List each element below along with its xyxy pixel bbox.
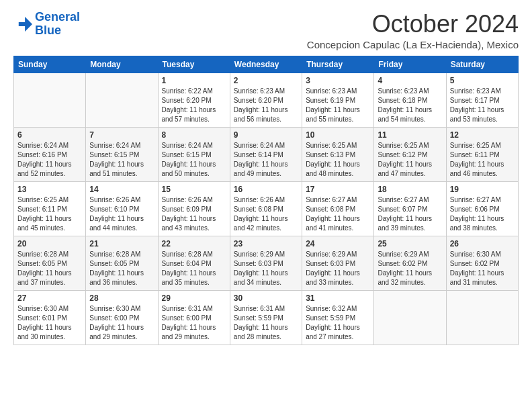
day-header-sunday: Sunday — [14, 56, 86, 73]
day-number: 19 — [450, 185, 515, 194]
day-number: 14 — [89, 185, 154, 194]
day-detail: Sunrise: 6:25 AMSunset: 6:11 PMDaylight:… — [17, 195, 82, 233]
day-number: 30 — [234, 293, 298, 303]
day-number: 11 — [378, 130, 442, 140]
calendar-cell: 9Sunrise: 6:24 AMSunset: 6:14 PMDaylight… — [230, 127, 302, 181]
calendar-cell: 3Sunrise: 6:23 AMSunset: 6:19 PMDaylight… — [302, 73, 374, 127]
day-detail: Sunrise: 6:28 AMSunset: 6:04 PMDaylight:… — [162, 250, 226, 287]
day-number: 23 — [234, 239, 298, 248]
day-number: 20 — [17, 239, 82, 248]
day-number: 10 — [306, 130, 370, 140]
calendar-cell: 11Sunrise: 6:25 AMSunset: 6:12 PMDayligh… — [374, 127, 446, 181]
calendar-cell — [374, 290, 446, 345]
calendar-week-row: 20Sunrise: 6:28 AMSunset: 6:05 PMDayligh… — [14, 236, 519, 290]
calendar-cell — [86, 73, 158, 127]
day-number: 1 — [162, 76, 226, 85]
day-number: 24 — [306, 239, 370, 248]
day-number: 6 — [17, 130, 82, 140]
day-number: 16 — [234, 185, 298, 194]
calendar-cell: 10Sunrise: 6:25 AMSunset: 6:13 PMDayligh… — [302, 127, 374, 181]
calendar-cell: 12Sunrise: 6:25 AMSunset: 6:11 PMDayligh… — [446, 127, 518, 181]
day-number: 8 — [162, 130, 226, 140]
day-detail: Sunrise: 6:23 AMSunset: 6:17 PMDaylight:… — [450, 87, 515, 124]
calendar-cell: 8Sunrise: 6:24 AMSunset: 6:15 PMDaylight… — [158, 127, 230, 181]
logo-icon — [13, 15, 32, 34]
calendar-cell: 20Sunrise: 6:28 AMSunset: 6:05 PMDayligh… — [14, 236, 86, 290]
day-detail: Sunrise: 6:23 AMSunset: 6:20 PMDaylight:… — [234, 87, 298, 124]
day-number: 31 — [306, 293, 370, 303]
day-detail: Sunrise: 6:26 AMSunset: 6:10 PMDaylight:… — [89, 195, 154, 233]
day-number: 29 — [162, 293, 226, 303]
day-detail: Sunrise: 6:32 AMSunset: 5:59 PMDaylight:… — [306, 304, 370, 342]
day-detail: Sunrise: 6:27 AMSunset: 6:06 PMDaylight:… — [450, 195, 515, 233]
day-detail: Sunrise: 6:27 AMSunset: 6:08 PMDaylight:… — [306, 195, 370, 233]
calendar-week-row: 13Sunrise: 6:25 AMSunset: 6:11 PMDayligh… — [14, 181, 519, 236]
day-number: 3 — [306, 76, 370, 85]
page-header: General Blue October 2024 Concepcion Cap… — [13, 11, 519, 50]
day-header-tuesday: Tuesday — [158, 56, 230, 73]
calendar-cell: 16Sunrise: 6:26 AMSunset: 6:08 PMDayligh… — [230, 181, 302, 236]
day-number: 17 — [306, 185, 370, 194]
day-number: 7 — [89, 130, 154, 140]
day-detail: Sunrise: 6:24 AMSunset: 6:16 PMDaylight:… — [17, 141, 82, 179]
logo: General Blue — [13, 11, 80, 38]
day-number: 27 — [17, 293, 82, 303]
day-header-monday: Monday — [86, 56, 158, 73]
calendar-cell: 31Sunrise: 6:32 AMSunset: 5:59 PMDayligh… — [302, 290, 374, 345]
calendar-cell: 25Sunrise: 6:29 AMSunset: 6:02 PMDayligh… — [374, 236, 446, 290]
day-number: 9 — [234, 130, 298, 140]
calendar-cell: 26Sunrise: 6:30 AMSunset: 6:02 PMDayligh… — [446, 236, 518, 290]
day-detail: Sunrise: 6:26 AMSunset: 6:08 PMDaylight:… — [234, 195, 298, 233]
day-detail: Sunrise: 6:25 AMSunset: 6:12 PMDaylight:… — [378, 141, 442, 179]
logo-line2: Blue — [35, 24, 80, 38]
logo-line1: General — [35, 10, 80, 24]
calendar-cell: 14Sunrise: 6:26 AMSunset: 6:10 PMDayligh… — [86, 181, 158, 236]
day-detail: Sunrise: 6:23 AMSunset: 6:18 PMDaylight:… — [378, 87, 442, 124]
day-detail: Sunrise: 6:24 AMSunset: 6:15 PMDaylight:… — [89, 141, 154, 179]
calendar-cell: 5Sunrise: 6:23 AMSunset: 6:17 PMDaylight… — [446, 73, 518, 127]
day-number: 21 — [89, 239, 154, 248]
day-number: 18 — [378, 185, 442, 194]
day-header-thursday: Thursday — [302, 56, 374, 73]
day-detail: Sunrise: 6:29 AMSunset: 6:03 PMDaylight:… — [234, 250, 298, 287]
day-detail: Sunrise: 6:27 AMSunset: 6:07 PMDaylight:… — [378, 195, 442, 233]
calendar-cell: 28Sunrise: 6:30 AMSunset: 6:00 PMDayligh… — [86, 290, 158, 345]
calendar-cell: 15Sunrise: 6:26 AMSunset: 6:09 PMDayligh… — [158, 181, 230, 236]
calendar-cell — [14, 73, 86, 127]
day-detail: Sunrise: 6:26 AMSunset: 6:09 PMDaylight:… — [162, 195, 226, 233]
calendar-cell: 6Sunrise: 6:24 AMSunset: 6:16 PMDaylight… — [14, 127, 86, 181]
day-number: 22 — [162, 239, 226, 248]
day-detail: Sunrise: 6:31 AMSunset: 5:59 PMDaylight:… — [234, 304, 298, 342]
calendar-cell: 17Sunrise: 6:27 AMSunset: 6:08 PMDayligh… — [302, 181, 374, 236]
day-detail: Sunrise: 6:23 AMSunset: 6:19 PMDaylight:… — [306, 87, 370, 124]
day-detail: Sunrise: 6:25 AMSunset: 6:11 PMDaylight:… — [450, 141, 515, 179]
calendar-cell: 22Sunrise: 6:28 AMSunset: 6:04 PMDayligh… — [158, 236, 230, 290]
location-subtitle: Concepcion Capulac (La Ex-Hacienda), Mex… — [307, 39, 519, 50]
month-title: October 2024 — [307, 11, 519, 38]
day-detail: Sunrise: 6:22 AMSunset: 6:20 PMDaylight:… — [162, 87, 226, 124]
calendar-cell: 19Sunrise: 6:27 AMSunset: 6:06 PMDayligh… — [446, 181, 518, 236]
calendar-cell: 13Sunrise: 6:25 AMSunset: 6:11 PMDayligh… — [14, 181, 86, 236]
day-header-friday: Friday — [374, 56, 446, 73]
calendar-cell: 27Sunrise: 6:30 AMSunset: 6:01 PMDayligh… — [14, 290, 86, 345]
calendar-table: SundayMondayTuesdayWednesdayThursdayFrid… — [13, 56, 519, 345]
calendar-week-row: 6Sunrise: 6:24 AMSunset: 6:16 PMDaylight… — [14, 127, 519, 181]
day-number: 13 — [17, 185, 82, 194]
calendar-cell: 30Sunrise: 6:31 AMSunset: 5:59 PMDayligh… — [230, 290, 302, 345]
calendar-cell — [446, 290, 518, 345]
day-detail: Sunrise: 6:25 AMSunset: 6:13 PMDaylight:… — [306, 141, 370, 179]
day-detail: Sunrise: 6:24 AMSunset: 6:14 PMDaylight:… — [234, 141, 298, 179]
day-detail: Sunrise: 6:30 AMSunset: 6:02 PMDaylight:… — [450, 250, 515, 287]
day-number: 4 — [378, 76, 442, 85]
day-number: 26 — [450, 239, 515, 248]
day-detail: Sunrise: 6:29 AMSunset: 6:03 PMDaylight:… — [306, 250, 370, 287]
calendar-cell: 2Sunrise: 6:23 AMSunset: 6:20 PMDaylight… — [230, 73, 302, 127]
day-number: 25 — [378, 239, 442, 248]
day-number: 15 — [162, 185, 226, 194]
calendar-cell: 29Sunrise: 6:31 AMSunset: 6:00 PMDayligh… — [158, 290, 230, 345]
day-header-wednesday: Wednesday — [230, 56, 302, 73]
title-block: October 2024 Concepcion Capulac (La Ex-H… — [307, 11, 519, 50]
day-number: 12 — [450, 130, 515, 140]
day-number: 28 — [89, 293, 154, 303]
day-detail: Sunrise: 6:28 AMSunset: 6:05 PMDaylight:… — [17, 250, 82, 287]
